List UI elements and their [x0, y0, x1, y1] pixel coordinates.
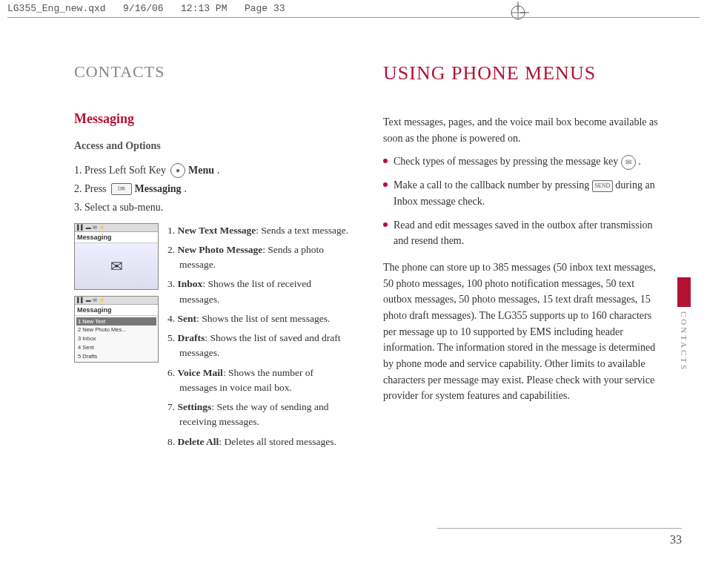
- screenshot2-row: 1 New Text: [76, 317, 156, 326]
- intro-paragraph: Text messages, pages, and the voice mail…: [383, 114, 663, 146]
- list-item: 8. Delete All: Deletes all stored messag…: [167, 435, 354, 449]
- key-1-messaging-icon: 1✉: [111, 183, 132, 195]
- page-title: USING PHONE MENUS: [383, 62, 663, 85]
- header-filename: LG355_Eng_new.qxd: [7, 3, 106, 14]
- bullet-icon: [383, 182, 388, 187]
- bullet-1-text: Check types of messages by pressing the …: [394, 156, 618, 167]
- step-1: 1. Press Left Soft Key ● Menu.: [74, 161, 354, 179]
- phone-screenshot-1: ▌▌ ▬ ✉ ⚡ Messaging ✉: [74, 223, 159, 290]
- screenshot2-title: Messaging: [75, 305, 158, 316]
- print-header: LG355_Eng_new.qxd 9/16/06 12:13 PM Page …: [0, 0, 707, 14]
- bullet-2-text-a: Make a call to the callback number by pr…: [394, 179, 589, 191]
- header-date: 9/16/06: [123, 3, 164, 14]
- step-2: 2. Press 1✉ Messaging.: [74, 179, 354, 198]
- step-1-bold: Menu: [188, 161, 214, 179]
- phone-screenshots: ▌▌ ▬ ✉ ⚡ Messaging ✉ ▌▌ ▬ ✉ ⚡ Messaging …: [74, 223, 159, 454]
- bullet-icon: [383, 159, 388, 163]
- screenshot1-title: Messaging: [75, 232, 158, 243]
- header-page: Page 33: [245, 3, 285, 14]
- side-tab-label: CONTACTS: [680, 311, 688, 371]
- section-label-contacts: CONTACTS: [74, 62, 354, 82]
- list-item: 4. Sent: Shows the list of sent messages…: [167, 311, 354, 326]
- bullet-icon: [383, 222, 388, 227]
- list-item: 1. New Text Message: Sends a text messag…: [167, 223, 354, 238]
- step-2-text: 2. Press: [74, 179, 107, 198]
- send-key-icon: SEND: [592, 180, 613, 192]
- side-tab: CONTACTS: [677, 277, 691, 371]
- bullet-item: Make a call to the callback number by pr…: [383, 177, 663, 209]
- list-item: 3. Inbox: Shows the list of received mes…: [167, 277, 354, 307]
- message-key-icon: ✉: [621, 155, 636, 170]
- step-3: 3. Select a sub-menu.: [74, 198, 354, 217]
- screenshot2-row: 4 Sent: [76, 343, 156, 352]
- capacity-paragraph: The phone can store up to 385 messages (…: [383, 260, 663, 404]
- phone-screenshot-2: ▌▌ ▬ ✉ ⚡ Messaging 1 New Text 2 New Phot…: [74, 296, 159, 363]
- side-tab-marker: [677, 277, 691, 307]
- page-body: CONTACTS Messaging Access and Options 1.…: [7, 17, 700, 566]
- screenshot2-row: 5 Drafts: [76, 352, 156, 361]
- step-2-bold: Messaging: [135, 179, 182, 198]
- list-item: 2. New Photo Message: Sends a photo mess…: [167, 242, 354, 273]
- submenu-list: 1. New Text Message: Sends a text messag…: [167, 223, 354, 454]
- bullet-3-text: Read and edit messages saved in the outb…: [394, 217, 663, 249]
- screenshot2-row: 6 Voice Mail: [76, 360, 156, 362]
- bullet-1-suffix: .: [638, 156, 641, 167]
- bullet-item: Check types of messages by pressing the …: [383, 153, 663, 170]
- page-number: 33: [670, 533, 682, 546]
- list-item: 7. Settings: Sets the way of sending and…: [167, 400, 354, 430]
- list-item: 5. Drafts: Shows the list of saved and d…: [167, 331, 354, 361]
- screenshot2-row: 2 New Photo Mes...: [76, 326, 156, 334]
- header-time: 12:13 PM: [181, 3, 227, 14]
- right-column: USING PHONE MENUS Text messages, pages, …: [383, 62, 663, 454]
- screenshot2-row: 3 Inbox: [76, 334, 156, 343]
- bullet-list: Check types of messages by pressing the …: [383, 153, 663, 249]
- bullet-item: Read and edit messages saved in the outb…: [383, 217, 663, 249]
- list-item: 6. Voice Mail: Shows the number of messa…: [167, 366, 354, 396]
- left-column: CONTACTS Messaging Access and Options 1.…: [74, 62, 354, 454]
- step-1-text: 1. Press Left Soft Key: [74, 161, 166, 179]
- page-number-rule: [437, 528, 682, 529]
- step-3-text: 3. Select a sub-menu.: [74, 198, 163, 217]
- left-soft-key-icon: ●: [170, 163, 185, 178]
- heading-messaging: Messaging: [74, 111, 354, 127]
- heading-access-options: Access and Options: [74, 140, 354, 152]
